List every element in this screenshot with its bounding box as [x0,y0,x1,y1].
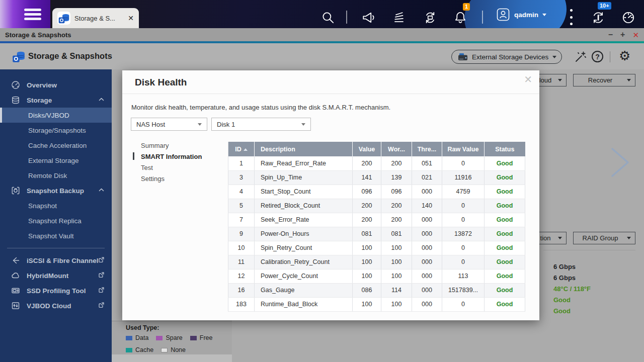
legend-label: Free [200,334,213,341]
table-row[interactable]: 11Calibration_Retry_Count1001000000Good [228,255,525,269]
window-maximize-icon[interactable]: + [620,31,625,39]
table-row[interactable]: 3Spin_Up_Time14113902111916Good [228,170,525,185]
dashboard-icon[interactable] [621,10,636,25]
window-minimize-icon[interactable]: − [608,31,613,39]
notification-badge: 1 [463,3,470,11]
status-cell: Good [485,269,525,283]
device-selector-label: External Storage Devices [472,53,548,61]
device-selector-dropdown[interactable]: External Storage Devices [451,50,562,64]
recover-dropdown-button[interactable]: Recover [573,74,635,86]
sync-status-icon[interactable] [423,10,438,25]
sidebar-item-ssd-profiling-tool[interactable]: SSD Profiling Tool [0,283,112,298]
app-tab-storage-snapshots[interactable]: Storage & S... ✕ [52,8,139,28]
table-cell: 000 [412,227,442,241]
table-row[interactable]: 10Spin_Retry_Count1001000000Good [228,241,525,255]
legend-label: Data [135,334,148,341]
dialog-nav-settings[interactable]: Settings [141,173,202,184]
dialog-close-icon[interactable]: ✕ [524,73,532,85]
event-log-icon[interactable] [391,10,407,25]
column-header-status[interactable]: Status [485,142,525,156]
table-cell: 021 [412,170,442,185]
taskbar-divider [346,11,347,24]
column-header-value[interactable]: Value [353,142,381,156]
tab-close-icon[interactable]: ✕ [128,14,134,22]
table-cell: 200 [381,213,412,227]
window-close-icon[interactable]: ✕ [632,31,639,39]
drive-arrows-icon [11,301,20,310]
used-type-legend: Used Type: DataSpareFree CacheNone [112,321,232,354]
sidebar-item-storage[interactable]: Storage [0,93,112,108]
table-cell: 183 [228,297,255,311]
sidebar-item-vjbod-cloud[interactable]: VJBOD Cloud [0,298,112,313]
sidebar-item-remote-disk[interactable]: Remote Disk [0,168,112,183]
notification-bell-icon[interactable] [453,10,468,25]
help-icon[interactable]: ? [592,51,605,64]
table-row[interactable]: 183Runtime_Bad_Block1001000000Good [228,297,525,311]
table-row[interactable]: 9Power-On_Hours08108100013872Good [228,227,525,241]
table-cell: 100 [381,269,412,283]
external-link-icon [98,302,105,310]
column-header-id[interactable]: ID [228,142,255,156]
search-icon[interactable] [320,10,336,25]
disk-select[interactable]: Disk 1 [211,118,311,131]
sidebar-item-external-storage[interactable]: External Storage [0,153,112,168]
background-tasks-icon[interactable] [591,10,606,25]
table-row[interactable]: 16Gas_Gauge0861140001517839...Good [228,283,525,297]
table-row[interactable]: 1Raw_Read_Error_Rate2002000510Good [228,156,525,170]
dialog-nav-smart-information[interactable]: SMART Information [141,151,202,162]
chevron-up-icon[interactable] [98,187,105,195]
announcement-icon[interactable] [361,10,376,25]
table-cell: 096 [381,185,412,199]
table-cell: 9 [228,227,255,241]
dialog-nav-summary[interactable]: Summary [141,140,202,151]
dialog-nav-test[interactable]: Test [141,162,202,173]
table-row[interactable]: 4Start_Stop_Count0960960004759Good [228,185,525,199]
table-cell: 0 [442,297,485,311]
taskbar-divider [482,11,483,24]
chevron-up-icon[interactable] [98,96,105,104]
table-cell: 0 [442,241,485,255]
table-cell: 000 [412,185,442,199]
camera-icon [11,186,20,195]
sidebar-item-disks-vjbod[interactable]: Disks/VJBOD [0,108,112,123]
table-row[interactable]: 5Retired_Block_Count2002001400Good [228,199,525,213]
column-header-wor-[interactable]: Wor... [381,142,412,156]
table-cell: 100 [353,269,381,283]
cloud-icon [11,271,20,280]
username: qadmin [514,11,538,19]
table-cell: Power_Cycle_Count [255,269,353,283]
legend-swatch [190,336,197,340]
sidebar-item-cache-acceleration[interactable]: Cache Acceleration [0,138,112,153]
more-options-icon[interactable] [568,9,575,25]
sidebar-item-snapshot[interactable]: Snapshot [0,198,112,213]
table-cell: Spin_Up_Time [255,170,353,185]
table-cell: 200 [381,199,412,213]
user-menu[interactable]: qadmin [496,8,546,22]
sidebar-item-label: Snapshot [28,202,57,210]
settings-gear-icon[interactable]: ⚙ [619,49,632,62]
nas-host-select[interactable]: NAS Host [131,118,207,131]
table-row[interactable]: 12Power_Cycle_Count100100000113Good [228,269,525,283]
table-cell: 10 [228,241,255,255]
table-cell: 000 [412,283,442,297]
disk-info-value: Good [553,307,571,315]
sidebar-item-label: Snapshot Vault [28,232,74,240]
column-header-raw-value[interactable]: Raw Value [442,142,485,156]
sidebar-item-hybridmount[interactable]: HybridMount [0,268,112,283]
sidebar-item-snapshot-vault[interactable]: Snapshot Vault [0,228,112,243]
sidebar-item-storage-snapshots[interactable]: Storage/Snapshots [0,123,112,138]
sidebar-item-iscsi-fibre-channel[interactable]: iSCSI & Fibre Channel [0,253,112,268]
table-cell: 000 [412,241,442,255]
sidebar-item-overview[interactable]: Overview [0,77,112,93]
raid-group-dropdown-button[interactable]: RAID Group [573,232,635,244]
magic-wand-icon[interactable] [574,50,587,63]
sidebar-item-snapshot-backup[interactable]: Snapshot Backup [0,183,112,198]
table-cell: 086 [353,283,381,297]
device-selector-caret-icon [552,56,556,58]
column-header-description[interactable]: Description [255,142,353,156]
carousel-next-icon[interactable] [610,147,631,180]
table-row[interactable]: 7Seek_Error_Rate2002000000Good [228,213,525,227]
hamburger-menu-icon[interactable] [24,9,41,22]
column-header-thre-[interactable]: Thre... [412,142,442,156]
sidebar-item-snapshot-replica[interactable]: Snapshot Replica [0,213,112,228]
